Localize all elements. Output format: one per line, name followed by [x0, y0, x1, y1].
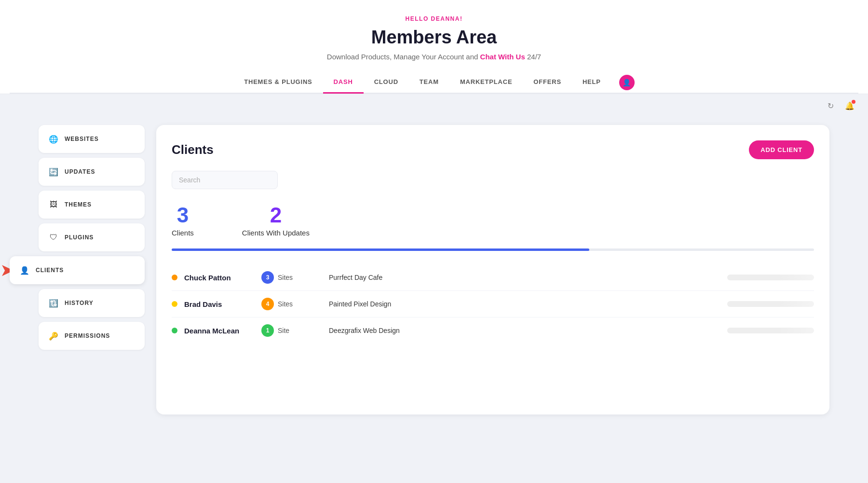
sidebar: 🌐 WEBSITES 🔄 UPDATES 🖼 THEMES 🛡 PLUGINS …	[39, 125, 145, 414]
client-action-blurred	[727, 301, 814, 307]
client-action-blurred	[727, 275, 814, 280]
content-title: Clients	[172, 142, 214, 157]
subtitle-before: Download Products, Manage Your Account a…	[327, 53, 478, 61]
stat-clients: 3 Clients	[172, 205, 194, 237]
history-icon: 🔃	[48, 298, 59, 308]
toolbar: ↻ 🔔	[0, 94, 868, 117]
sites-badge: 4	[261, 298, 274, 310]
table-row[interactable]: Chuck Patton 3 Sites Purrfect Day Cafe	[172, 264, 814, 291]
sidebar-item-label-updates: UPDATES	[65, 168, 95, 175]
sidebar-item-themes[interactable]: 🖼 THEMES	[39, 191, 145, 219]
client-name: Chuck Patton	[184, 274, 261, 282]
client-sites: 4 Sites	[261, 298, 329, 310]
client-sites: 3 Sites	[261, 271, 329, 284]
plugins-icon: 🛡	[48, 232, 59, 243]
tab-offers[interactable]: OFFERS	[523, 72, 572, 94]
tab-team[interactable]: TEAM	[409, 72, 449, 94]
sites-badge: 3	[261, 271, 274, 284]
avatar[interactable]: 👤	[619, 75, 635, 90]
client-list: Chuck Patton 3 Sites Purrfect Day Cafe B…	[172, 264, 814, 344]
status-dot	[172, 301, 177, 307]
tab-dash[interactable]: DASH	[323, 72, 364, 94]
sidebar-item-label-history: HISTORY	[65, 300, 94, 306]
notification-icon[interactable]: 🔔	[843, 99, 856, 112]
sites-badge: 1	[261, 324, 274, 337]
table-row[interactable]: Brad Davis 4 Sites Painted Pixel Design	[172, 291, 814, 317]
notification-dot	[852, 100, 855, 104]
page-title: Members Area	[10, 27, 858, 48]
sidebar-item-history[interactable]: 🔃 HISTORY	[39, 289, 145, 317]
clients-label: Clients	[172, 229, 194, 237]
subtitle: Download Products, Manage Your Account a…	[10, 53, 858, 61]
updates-label: Clients With Updates	[242, 229, 310, 237]
sites-text: Site	[278, 327, 289, 334]
header: HELLO DEANNA! Members Area Download Prod…	[0, 0, 868, 94]
sidebar-item-label-permissions: PERMISSIONS	[65, 332, 110, 339]
globe-icon: 🌐	[48, 134, 59, 144]
clients-count: 3	[172, 205, 194, 226]
clients-icon: 👤	[19, 265, 30, 276]
client-company: Deezgrafix Web Design	[329, 327, 727, 334]
client-name: Deanna McLean	[184, 327, 261, 335]
table-row[interactable]: Deanna McLean 1 Site Deezgrafix Web Desi…	[172, 317, 814, 344]
add-client-button[interactable]: ADD CLIENT	[749, 140, 814, 159]
permissions-icon: 🔑	[48, 331, 59, 341]
content-panel: Clients ADD CLIENT 3 Clients 2 Clients W…	[156, 125, 829, 414]
sidebar-item-plugins[interactable]: 🛡 PLUGINS	[39, 223, 145, 251]
tab-marketplace[interactable]: MARKETPLACE	[449, 72, 523, 94]
progress-bar-container	[172, 248, 814, 251]
sidebar-item-websites[interactable]: 🌐 WEBSITES	[39, 125, 145, 153]
hello-text: HELLO DEANNA!	[10, 15, 858, 22]
refresh-icon[interactable]: ↻	[824, 99, 837, 112]
progress-bar-fill	[172, 248, 589, 251]
sidebar-item-clients[interactable]: 👤 CLIENTS	[10, 256, 145, 284]
client-company: Purrfect Day Cafe	[329, 274, 727, 281]
subtitle-after: 24/7	[527, 53, 541, 61]
client-name: Brad Davis	[184, 300, 261, 308]
chat-link[interactable]: Chat With Us	[480, 53, 525, 61]
stat-updates: 2 Clients With Updates	[242, 205, 310, 237]
tab-themes-plugins[interactable]: THEMES & PLUGINS	[233, 72, 323, 94]
sidebar-item-permissions[interactable]: 🔑 PERMISSIONS	[39, 322, 145, 350]
stats-row: 3 Clients 2 Clients With Updates	[172, 205, 814, 237]
nav-tabs: THEMES & PLUGINS DASH CLOUD TEAM MARKETP…	[10, 72, 858, 94]
search-input[interactable]	[172, 171, 278, 189]
updates-icon: 🔄	[48, 166, 59, 177]
tab-help[interactable]: HELP	[572, 72, 611, 94]
sidebar-item-label-plugins: PLUGINS	[65, 234, 94, 241]
clients-row-container: ➤ 👤 CLIENTS	[0, 256, 145, 284]
updates-count: 2	[242, 205, 310, 226]
sites-text: Sites	[278, 300, 293, 308]
content-header: Clients ADD CLIENT	[172, 140, 814, 159]
themes-icon: 🖼	[48, 199, 59, 210]
sidebar-item-label-websites: WEBSITES	[65, 136, 99, 142]
status-dot	[172, 328, 177, 333]
status-dot	[172, 275, 177, 280]
main-layout: 🌐 WEBSITES 🔄 UPDATES 🖼 THEMES 🛡 PLUGINS …	[0, 125, 868, 414]
sidebar-item-updates[interactable]: 🔄 UPDATES	[39, 158, 145, 186]
tab-cloud[interactable]: CLOUD	[364, 72, 409, 94]
client-action-blurred	[727, 328, 814, 333]
sidebar-item-label-themes: THEMES	[65, 201, 92, 208]
sites-text: Sites	[278, 274, 293, 281]
sidebar-item-label-clients: CLIENTS	[36, 267, 64, 274]
client-company: Painted Pixel Design	[329, 300, 727, 308]
client-sites: 1 Site	[261, 324, 329, 337]
